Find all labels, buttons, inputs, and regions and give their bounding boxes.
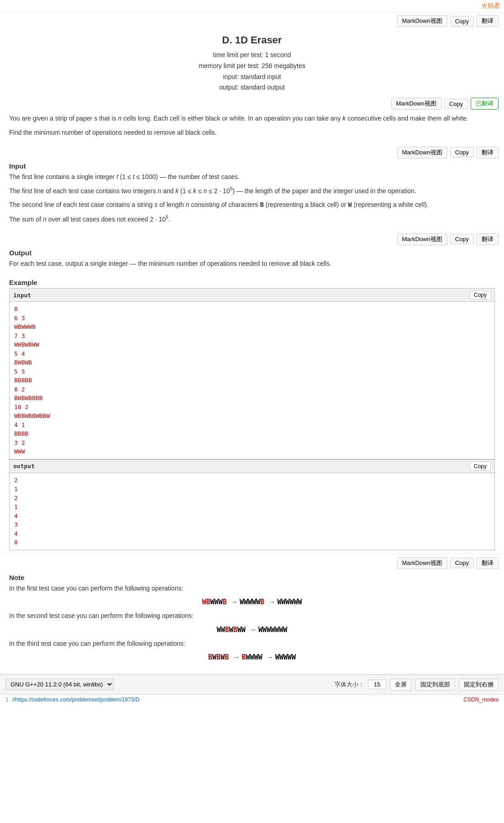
status-line-num: 1: [5, 696, 9, 703]
output-code-block: output Copy 2 1 2 1 4 3 4 0: [9, 459, 495, 550]
input-translate-btn[interactable]: 翻译: [477, 147, 499, 158]
input-title: Input: [9, 162, 495, 170]
output-code-header: output Copy: [10, 460, 494, 473]
formula3-part1a: B: [208, 653, 212, 661]
output-section: Output For each test case, output a sing…: [0, 247, 504, 276]
input-type: input: standard input: [9, 72, 495, 83]
note-para1: In the first test case you can perform t…: [9, 583, 495, 593]
csdn-label: CSDN_modes: [463, 696, 499, 703]
fullscreen-btn[interactable]: 全屏: [390, 679, 412, 691]
input-copy-btn[interactable]: Copy: [450, 147, 474, 158]
output-text: For each test case, output a single inte…: [9, 259, 495, 269]
stmt-translate-btn[interactable]: 已翻译: [471, 98, 499, 110]
top-bar: 火焰君: [0, 0, 504, 12]
header-toolbar: MarkDown视图 Copy 翻译: [0, 12, 504, 30]
fix-right-btn[interactable]: 固定到右侧: [459, 679, 499, 691]
formula3-part1e: B: [225, 653, 229, 661]
problem-title: D. 1D Eraser: [9, 34, 495, 46]
stmt-markdown-btn[interactable]: MarkDown视图: [391, 98, 441, 110]
formula3-part1b: W: [212, 653, 216, 661]
language-select[interactable]: GNU G++20 11.2.0 (64 bit, winlibs): [5, 679, 114, 690]
output-type: output: standard output: [9, 82, 495, 93]
formula2-part1a: WW: [217, 626, 225, 634]
stmt-copy-btn[interactable]: Copy: [444, 99, 468, 109]
header-copy-btn[interactable]: Copy: [450, 16, 474, 26]
status-bar: 1 //https://codeforces.com/problemset/pr…: [0, 694, 504, 705]
user-link[interactable]: 火焰君: [481, 2, 500, 10]
formula1-arrow1: →: [231, 598, 240, 606]
example-header: Example: [0, 276, 504, 288]
input-toolbar: MarkDown视图 Copy 翻译: [0, 145, 504, 160]
stmt-text2: Find the minimum number of operations ne…: [9, 127, 495, 137]
output-toolbar: MarkDown视图 Copy 翻译: [0, 232, 504, 247]
input-code-header: input Copy: [10, 289, 494, 302]
footer-right: 字体大小： 全屏 固定到底部 固定到右侧: [335, 679, 499, 691]
statement-section: You are given a strip of paper s that is…: [0, 111, 504, 145]
note-section: Note In the first test case you can perf…: [0, 572, 504, 670]
formula1-arrow2: →: [268, 598, 277, 606]
output-code-content: 2 1 2 1 4 3 4 0: [10, 473, 494, 550]
bottom-markdown-btn[interactable]: MarkDown视图: [397, 557, 447, 569]
input-code-content: 8 6 3 WBWWWB 7 3 WWBWBWW 5 4 BWBWB 5 5 B…: [10, 302, 494, 459]
header-markdown-btn[interactable]: MarkDown视图: [397, 15, 447, 27]
note-para3: In the third test case you can perform t…: [9, 638, 495, 649]
formula1-part2a: WWWWW: [240, 598, 260, 606]
input-para2: The first line of each test case contain…: [9, 185, 495, 196]
formula1-part2b: B: [260, 598, 264, 606]
formula1-part1b: WWW: [210, 598, 223, 606]
formula2-part2: WWWWWWW: [258, 626, 287, 634]
bottom-copy-btn[interactable]: Copy: [450, 558, 474, 568]
formula3-arrow1: →: [233, 653, 242, 661]
note-formula3: BWBWB → BWWWW → WWWWW: [9, 653, 495, 661]
stmt-text1: You are given a strip of paper s that is…: [9, 113, 495, 123]
formula3-part1c: B: [216, 653, 220, 661]
bottom-translate-btn[interactable]: 翻译: [477, 557, 499, 569]
formula3-part2b: WWWW: [246, 653, 262, 661]
input-para1: The first line contains a single integer…: [9, 172, 495, 182]
problem-meta: time limit per test: 1 second memory lim…: [9, 50, 495, 93]
formula2-arrow1: →: [250, 626, 258, 633]
note-para2: In the second test case you can perform …: [9, 611, 495, 621]
input-markdown-btn[interactable]: MarkDown视图: [397, 147, 447, 158]
input-copy-button[interactable]: Copy: [470, 290, 491, 300]
time-limit: time limit per test: 1 second: [9, 50, 495, 61]
status-link[interactable]: //https://codeforces.com/problemset/prob…: [12, 696, 140, 703]
header-translate-btn[interactable]: 翻译: [477, 15, 499, 27]
output-title: Output: [9, 249, 495, 257]
input-section: Input The first line contains a single i…: [0, 160, 504, 232]
formula3-part1d: W: [220, 653, 225, 661]
formula2-part1c: W: [229, 626, 233, 634]
note-formula2: WWBWBWW → WWWWWWW: [9, 626, 495, 634]
input-code-block: input Copy 8 6 3 WBWWWB 7 3 WWBWBWW 5 4 …: [9, 288, 495, 459]
output-copy-button[interactable]: Copy: [470, 462, 491, 471]
statement-toolbar: MarkDown视图 Copy 已翻译: [0, 96, 504, 111]
note-title: Note: [9, 574, 495, 581]
fix-bottom-btn[interactable]: 固定到底部: [415, 679, 455, 691]
font-size-input[interactable]: [368, 680, 386, 689]
font-size-label: 字体大小：: [335, 681, 364, 689]
bottom-toolbar: MarkDown视图 Copy 翻译: [0, 554, 504, 572]
formula1-part1c: B: [223, 598, 227, 606]
output-translate-btn[interactable]: 翻译: [477, 233, 499, 245]
formula1-part3: WWWWWW: [277, 598, 302, 606]
formula2-part1b: B: [225, 626, 229, 634]
input-code-label: input: [13, 292, 31, 299]
output-markdown-btn[interactable]: MarkDown视图: [397, 233, 447, 245]
input-para3: The second line of each test case contai…: [9, 200, 495, 210]
input-para4: The sum of n over all test cases does no…: [9, 214, 495, 224]
memory-limit: memory limit per test: 256 megabytes: [9, 61, 495, 72]
output-code-label: output: [13, 463, 35, 470]
formula2-part1e: WW: [237, 626, 246, 634]
formula3-part3: WWWWW: [275, 653, 296, 661]
note-formula1: WBWWWB → WWWWWB → WWWWWW: [9, 598, 495, 606]
output-copy-btn[interactable]: Copy: [450, 234, 474, 244]
footer-bar: GNU G++20 11.2.0 (64 bit, winlibs) 字体大小：…: [0, 674, 504, 694]
formula1-part1: WB: [202, 598, 210, 606]
footer-left: GNU G++20 11.2.0 (64 bit, winlibs): [5, 679, 114, 690]
formula3-arrow2: →: [267, 653, 275, 661]
formula2-part1d: B: [233, 626, 237, 634]
problem-header: D. 1D Eraser time limit per test: 1 seco…: [0, 30, 504, 96]
